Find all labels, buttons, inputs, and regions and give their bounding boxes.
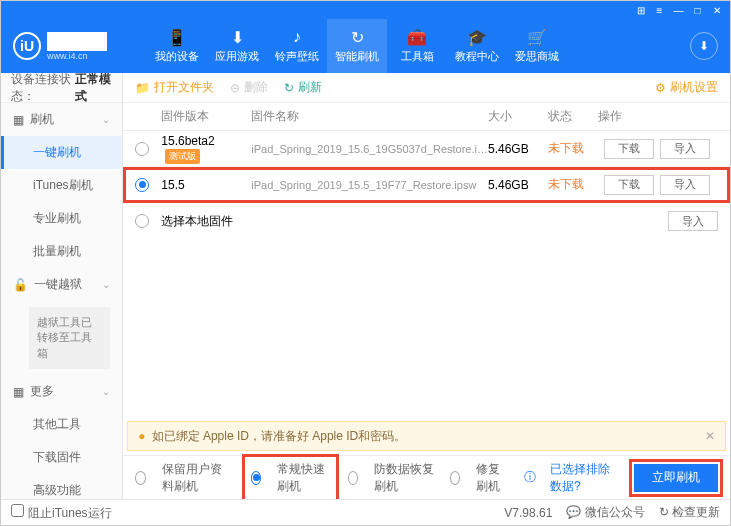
header: iU 爱思助手 www.i4.cn 📱我的设备 ⬇应用游戏 ♪铃声壁纸 ↻智能刷… <box>1 19 730 73</box>
education-icon: 🎓 <box>468 28 486 46</box>
refresh-button[interactable]: ↻刷新 <box>284 79 322 96</box>
flash-now-button[interactable]: 立即刷机 <box>634 464 718 492</box>
open-folder-button[interactable]: 📁打开文件夹 <box>135 79 214 96</box>
firmware-name: iPad_Spring_2019_15.5_19F77_Restore.ipsw <box>251 179 488 191</box>
download-button[interactable]: 下载 <box>604 175 654 195</box>
block-itunes-checkbox[interactable]: 阻止iTunes运行 <box>11 504 112 522</box>
chevron-down-icon: ⌄ <box>102 114 110 125</box>
delete-icon: ⊖ <box>230 81 240 95</box>
toolbox-icon: 🧰 <box>408 28 426 46</box>
local-firmware-row[interactable]: 选择本地固件 导入 <box>123 203 730 239</box>
wechat-link[interactable]: 💬 微信公众号 <box>566 504 644 521</box>
check-update-link[interactable]: ↻ 检查更新 <box>659 504 720 521</box>
col-size: 大小 <box>488 108 548 125</box>
cart-icon: 🛒 <box>528 28 546 46</box>
titlebar: ⊞ ≡ — □ ✕ <box>1 1 730 19</box>
folder-icon: 📁 <box>135 81 150 95</box>
unlock-icon: 🔓 <box>13 278 28 292</box>
toolbar: 📁打开文件夹 ⊖删除 ↻刷新 ⚙刷机设置 <box>123 73 730 103</box>
brand-url: www.i4.cn <box>47 51 107 61</box>
footer: 阻止iTunes运行 V7.98.61 💬 微信公众号 ↻ 检查更新 <box>1 499 730 525</box>
sidebar-item-download[interactable]: 下载固件 <box>1 441 122 474</box>
sidebar-item-advanced[interactable]: 高级功能 <box>1 474 122 499</box>
sidebar-item-other[interactable]: 其他工具 <box>1 408 122 441</box>
sidebar-group-jailbreak[interactable]: 🔓一键越狱⌄ <box>1 268 122 301</box>
minimize-icon[interactable]: — <box>673 5 684 16</box>
firmware-name: iPad_Spring_2019_15.6_19G5037d_Restore.i… <box>251 143 488 155</box>
main-content: 📁打开文件夹 ⊖删除 ↻刷新 ⚙刷机设置 固件版本 固件名称 大小 状态 操作 … <box>123 73 730 499</box>
close-icon[interactable]: ✕ <box>705 429 715 443</box>
wechat-icon: 💬 <box>566 505 581 519</box>
download-button[interactable]: 下载 <box>604 139 654 159</box>
action-row: 保留用户资料刷机 常规快速刷机 防数据恢复刷机 修复刷机 ⓘ 已选择排除数据? … <box>123 455 730 499</box>
status-text: 未下载 <box>548 176 598 193</box>
version-label: V7.98.61 <box>504 506 552 520</box>
sidebar-group-flash[interactable]: ▦刷机⌄ <box>1 103 122 136</box>
col-status: 状态 <box>548 108 598 125</box>
mode-keep-data[interactable]: 保留用户资料刷机 <box>135 461 232 495</box>
device-icon: 📱 <box>168 28 186 46</box>
logo-icon: iU <box>13 32 41 60</box>
appleid-warning: ● 如已绑定 Apple ID，请准备好 Apple ID和密码。 ✕ <box>127 421 726 451</box>
music-icon: ♪ <box>288 28 306 46</box>
firmware-row[interactable]: 15.5 iPad_Spring_2019_15.5_19F77_Restore… <box>123 167 730 203</box>
nav-toolbox[interactable]: 🧰工具箱 <box>387 19 447 73</box>
mode-anti-recovery[interactable]: 防数据恢复刷机 <box>348 461 436 495</box>
refresh-icon: ↻ <box>348 28 366 46</box>
brand-name: 爱思助手 <box>47 32 107 51</box>
radio-button[interactable] <box>135 178 149 192</box>
table-header: 固件版本 固件名称 大小 状态 操作 <box>123 103 730 131</box>
mode-normal[interactable]: 常规快速刷机 <box>251 461 330 495</box>
col-name: 固件名称 <box>251 108 488 125</box>
refresh-icon: ↻ <box>284 81 294 95</box>
info-icon[interactable]: ⓘ <box>524 469 536 486</box>
firmware-row[interactable]: 15.6beta2测试版 iPad_Spring_2019_15.6_19G50… <box>123 131 730 167</box>
warning-icon: ● <box>138 429 145 443</box>
connection-status: 设备连接状态：正常模式 <box>1 73 122 103</box>
nav-tutorials[interactable]: 🎓教程中心 <box>447 19 507 73</box>
list-icon[interactable]: ≡ <box>654 5 665 16</box>
nav: 📱我的设备 ⬇应用游戏 ♪铃声壁纸 ↻智能刷机 🧰工具箱 🎓教程中心 🛒爱思商城 <box>147 19 567 73</box>
menu-icon[interactable]: ⊞ <box>635 5 646 16</box>
flash-settings-button[interactable]: ⚙刷机设置 <box>655 79 718 96</box>
download-icon: ⬇ <box>699 39 709 53</box>
sidebar-item-itunes[interactable]: iTunes刷机 <box>1 169 122 202</box>
import-button[interactable]: 导入 <box>660 139 710 159</box>
download-manager-button[interactable]: ⬇ <box>690 32 718 60</box>
update-icon: ↻ <box>659 505 669 519</box>
delete-button: ⊖删除 <box>230 79 268 96</box>
nav-apps[interactable]: ⬇应用游戏 <box>207 19 267 73</box>
col-version: 固件版本 <box>161 108 251 125</box>
nav-my-device[interactable]: 📱我的设备 <box>147 19 207 73</box>
apps-icon: ⬇ <box>228 28 246 46</box>
gear-icon: ⚙ <box>655 81 666 95</box>
maximize-icon[interactable]: □ <box>692 5 703 16</box>
chevron-down-icon: ⌄ <box>102 386 110 397</box>
sidebar: 设备连接状态：正常模式 ▦刷机⌄ 一键刷机 iTunes刷机 专业刷机 批量刷机… <box>1 73 123 499</box>
nav-store[interactable]: 🛒爱思商城 <box>507 19 567 73</box>
radio-button[interactable] <box>135 142 149 156</box>
status-text: 未下载 <box>548 140 598 157</box>
nav-flash[interactable]: ↻智能刷机 <box>327 19 387 73</box>
sidebar-item-oneclick[interactable]: 一键刷机 <box>1 136 122 169</box>
close-icon[interactable]: ✕ <box>711 5 722 16</box>
radio-button[interactable] <box>135 214 149 228</box>
import-button[interactable]: 导入 <box>660 175 710 195</box>
sidebar-item-pro[interactable]: 专业刷机 <box>1 202 122 235</box>
chevron-down-icon: ⌄ <box>102 279 110 290</box>
grid-icon: ▦ <box>13 385 24 399</box>
import-button[interactable]: 导入 <box>668 211 718 231</box>
beta-tag: 测试版 <box>165 149 200 164</box>
exclude-data-link[interactable]: 已选择排除数据? <box>550 461 620 495</box>
mode-repair[interactable]: 修复刷机 <box>450 461 510 495</box>
logo: iU 爱思助手 www.i4.cn <box>13 32 107 61</box>
nav-ringtones[interactable]: ♪铃声壁纸 <box>267 19 327 73</box>
grid-icon: ▦ <box>13 113 24 127</box>
jailbreak-note: 越狱工具已转移至工具箱 <box>29 307 110 369</box>
col-ops: 操作 <box>598 108 718 125</box>
sidebar-group-more[interactable]: ▦更多⌄ <box>1 375 122 408</box>
sidebar-item-batch[interactable]: 批量刷机 <box>1 235 122 268</box>
